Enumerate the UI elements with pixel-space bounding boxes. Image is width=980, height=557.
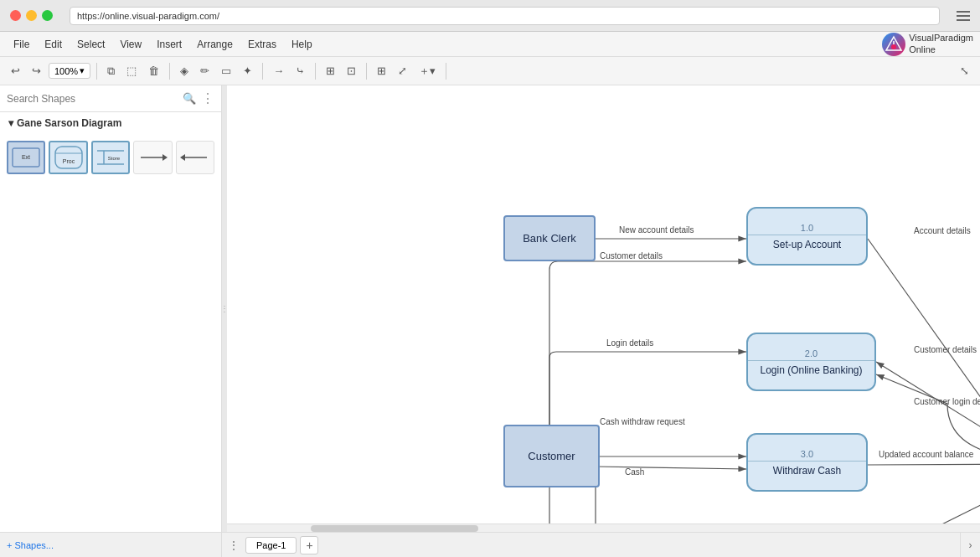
label-customer-details-setup: Customer details — [600, 251, 663, 260]
zoom-control[interactable]: 100% ▾ — [49, 63, 90, 79]
fullscreen-button[interactable]: ⤡ — [956, 62, 973, 80]
label-cash-withdraw: Cash — [625, 467, 644, 477]
more-options-icon[interactable]: ⋮ — [201, 90, 214, 106]
process-id-2: 2.0 — [748, 348, 874, 361]
zoom-level: 100% — [54, 66, 78, 76]
node-bank-clerk[interactable]: Bank Clerk — [503, 215, 596, 261]
close-button[interactable] — [10, 10, 21, 21]
shape-arrow-right[interactable] — [133, 141, 172, 174]
node-withdraw[interactable]: 3.0 Withdraw Cash — [746, 433, 868, 492]
page-tab-1[interactable]: Page-1 — [245, 537, 297, 554]
hamburger-menu[interactable] — [957, 11, 970, 21]
label-new-account-details: New account details — [619, 225, 694, 235]
bottom-bar: + Shapes... ⋮ Page-1 + › — [0, 532, 980, 557]
scrollbar-thumb[interactable] — [311, 525, 478, 532]
logo-icon — [882, 33, 905, 56]
undo-button[interactable]: ↩ — [7, 62, 24, 80]
svg-line-21 — [868, 464, 980, 465]
minimize-button[interactable] — [26, 10, 37, 21]
svg-text:Ext: Ext — [22, 154, 30, 160]
label-customer-details-login: Customer details — [914, 345, 977, 354]
process-id-3: 3.0 — [748, 449, 866, 462]
titlebar: https://online.visual-paradigm.com/ — [0, 0, 980, 32]
node-login[interactable]: 2.0 Login (Online Banking) — [746, 333, 876, 391]
shape-data-store[interactable]: Store — [91, 141, 130, 174]
shape-external-entity[interactable]: Ext — [7, 141, 45, 174]
label-updated-balance-withdraw: Updated account balance — [879, 450, 973, 459]
process-id-1: 1.0 — [748, 223, 866, 235]
label-customer-login-details: Customer login details — [914, 397, 980, 406]
url-bar[interactable]: https://online.visual-paradigm.com/ — [70, 7, 940, 25]
svg-line-20 — [876, 362, 980, 456]
horizontal-scrollbar[interactable] — [227, 523, 980, 532]
fill-color-button[interactable]: ◈ — [176, 62, 193, 80]
add-shapes-button[interactable]: + Shapes... — [7, 540, 54, 550]
group-button[interactable]: ⊞ — [322, 62, 339, 80]
collapse-panel-button[interactable]: › — [960, 533, 980, 558]
menu-edit[interactable]: Edit — [38, 35, 69, 54]
menu-help[interactable]: Help — [285, 35, 319, 54]
menu-select[interactable]: Select — [70, 35, 111, 54]
svg-marker-14 — [162, 154, 168, 161]
copy-button[interactable]: ⧉ — [103, 62, 119, 80]
shape-arrow-left[interactable] — [176, 141, 214, 174]
style-button[interactable]: ✦ — [239, 62, 256, 80]
menubar: File Edit Select View Insert Arrange Ext… — [0, 32, 980, 57]
section-header[interactable]: ▾ Gane Sarson Diagram — [0, 112, 221, 134]
grid-button[interactable]: ⊞ — [373, 62, 390, 80]
connector-button[interactable]: → — [269, 62, 288, 80]
search-input[interactable] — [7, 93, 178, 105]
toolbar: ↩ ↪ 100% ▾ ⧉ ⬚ 🗑 ◈ ✏ ▭ ✦ → ⤷ ⊞ ⊡ ⊞ ⤢ ＋▾ … — [0, 57, 980, 85]
main-layout: 🔍 ⋮ ▾ Gane Sarson Diagram Ext Proc Store — [0, 85, 980, 532]
node-customer[interactable]: Customer — [503, 425, 600, 487]
bottom-tabs: ⋮ Page-1 + — [222, 536, 960, 554]
shape-button[interactable]: ▭ — [217, 62, 235, 80]
logo-area: VisualParadigm Online — [882, 33, 973, 56]
label-account-details: Account details — [914, 226, 971, 235]
sidebar: 🔍 ⋮ ▾ Gane Sarson Diagram Ext Proc Store — [0, 85, 222, 532]
shape-process[interactable]: Proc — [49, 141, 87, 174]
redo-button[interactable]: ↪ — [28, 62, 45, 80]
menu-insert[interactable]: Insert — [150, 35, 188, 54]
menu-extras[interactable]: Extras — [241, 35, 283, 54]
menu-view[interactable]: View — [113, 35, 148, 54]
maximize-button[interactable] — [42, 10, 53, 21]
delete-button[interactable]: 🗑 — [144, 62, 163, 80]
menu-file[interactable]: File — [7, 35, 36, 54]
process-name-1: Set-up Account — [773, 239, 841, 250]
zoom-caret: ▾ — [80, 65, 85, 76]
bottom-left: + Shapes... — [0, 533, 222, 557]
process-name-2: Login (Online Banking) — [760, 364, 862, 376]
line-color-button[interactable]: ✏ — [196, 62, 214, 80]
waypoint-button[interactable]: ⤷ — [291, 62, 309, 80]
section-label: Gane Sarson Diagram — [17, 117, 121, 129]
pages-icon[interactable]: ⋮ — [229, 539, 239, 551]
paste-button[interactable]: ⬚ — [122, 62, 141, 80]
label-login-details: Login details — [606, 338, 653, 348]
add-button[interactable]: ＋▾ — [415, 61, 440, 81]
url-text: https://online.visual-paradigm.com/ — [77, 11, 219, 21]
label-cash-withdraw-request: Cash withdraw request — [600, 417, 685, 426]
node-setup-account[interactable]: 1.0 Set-up Account — [746, 207, 868, 266]
svg-rect-5 — [55, 147, 82, 168]
canvas-area[interactable]: Bank Clerk Customer 1.0 Set-up Account 2… — [227, 85, 980, 532]
add-page-button[interactable]: + — [300, 536, 318, 554]
traffic-lights — [10, 10, 53, 21]
shapes-grid: Ext Proc Store — [0, 134, 221, 181]
search-bar: 🔍 ⋮ — [0, 85, 221, 112]
logo-text: VisualParadigm Online — [909, 33, 973, 54]
svg-marker-16 — [180, 154, 185, 161]
process-name-3: Withdraw Cash — [773, 465, 841, 477]
svg-text:Store: Store — [108, 156, 121, 161]
svg-point-1 — [891, 44, 896, 49]
menu-arrange[interactable]: Arrange — [190, 35, 240, 54]
dfd-diagram: Bank Clerk Customer 1.0 Set-up Account 2… — [227, 85, 980, 532]
fit-button[interactable]: ⤢ — [394, 62, 411, 80]
collapse-icon: ▾ — [8, 117, 13, 129]
search-icon: 🔍 — [183, 92, 196, 105]
svg-text:Proc: Proc — [62, 158, 75, 164]
arrange-button[interactable]: ⊡ — [343, 62, 360, 80]
